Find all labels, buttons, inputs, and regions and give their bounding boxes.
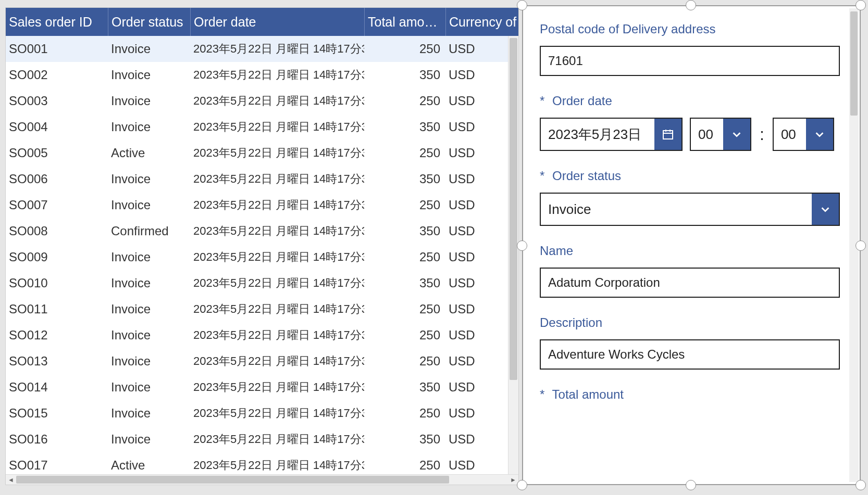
chevron-down-icon[interactable] [723, 119, 750, 150]
required-marker: * [540, 169, 544, 183]
cell-total-amount: 350 [364, 120, 445, 134]
cell-order-id: SO015 [6, 406, 108, 421]
chevron-down-icon[interactable] [812, 194, 839, 225]
cell-order-id: SO009 [6, 250, 108, 264]
table-row[interactable]: SO004Invoice2023年5月22日 月曜日 14時17分35秒350U… [6, 114, 508, 140]
table-horizontal-scroll-track[interactable] [16, 475, 508, 485]
time-colon: : [759, 125, 765, 144]
cell-order-id: SO005 [6, 146, 108, 160]
table-horizontal-scrollbar[interactable]: ◄ ► [6, 474, 518, 485]
cell-order-date: 2023年5月22日 月曜日 14時17分35秒 [190, 379, 364, 395]
cell-currency: USD [445, 172, 508, 186]
table-row[interactable]: SO017Active2023年5月22日 月曜日 14時17分35秒250US… [6, 452, 508, 474]
table-row[interactable]: SO002Invoice2023年5月22日 月曜日 14時17分35秒350U… [6, 62, 508, 88]
postal-code-input[interactable]: 71601 [540, 46, 840, 76]
table-row[interactable]: SO016Invoice2023年5月22日 月曜日 14時17分35秒350U… [6, 426, 508, 452]
table-row[interactable]: SO001Invoice2023年5月22日 月曜日 14時17分35秒250U… [6, 36, 508, 62]
table-row[interactable]: SO011Invoice2023年5月22日 月曜日 14時17分35秒250U… [6, 296, 508, 322]
cell-order-date: 2023年5月22日 月曜日 14時17分35秒 [190, 145, 364, 161]
resize-handle-middle-left[interactable] [517, 240, 527, 251]
cell-order-id: SO007 [6, 198, 108, 212]
order-date-label-text: Order date [552, 94, 612, 108]
cell-order-id: SO010 [6, 276, 108, 290]
column-header-currency[interactable]: Currency of T [445, 8, 518, 36]
cell-total-amount: 350 [364, 224, 445, 238]
column-header-status[interactable]: Order status [108, 8, 190, 36]
table-row[interactable]: SO010Invoice2023年5月22日 月曜日 14時17分35秒350U… [6, 270, 508, 296]
table-vertical-scrollbar[interactable] [508, 36, 518, 474]
cell-total-amount: 250 [364, 328, 445, 342]
cell-currency: USD [445, 224, 508, 238]
cell-currency: USD [445, 328, 508, 342]
cell-total-amount: 250 [364, 146, 445, 160]
cell-currency: USD [445, 302, 508, 316]
cell-currency: USD [445, 68, 508, 82]
cell-total-amount: 250 [364, 198, 445, 212]
cell-order-date: 2023年5月22日 月曜日 14時17分35秒 [190, 197, 364, 213]
order-minute-picker[interactable]: 00 [773, 118, 834, 151]
cell-order-status: Invoice [108, 406, 190, 421]
form-vertical-scroll-thumb[interactable] [850, 11, 858, 116]
cell-order-date: 2023年5月22日 月曜日 14時17分35秒 [190, 93, 364, 109]
cell-order-date: 2023年5月22日 月曜日 14時17分35秒 [190, 275, 364, 291]
cell-order-date: 2023年5月22日 月曜日 14時17分35秒 [190, 119, 364, 135]
column-header-date[interactable]: Order date [190, 8, 364, 36]
postal-code-label: Postal code of Delivery address [540, 22, 834, 36]
sales-order-table: Sales order ID Order status Order date T… [5, 7, 519, 485]
cell-total-amount: 350 [364, 380, 445, 395]
cell-total-amount: 350 [364, 432, 445, 447]
resize-handle-bottom-center[interactable] [686, 480, 696, 490]
calendar-icon[interactable] [654, 119, 681, 150]
table-row[interactable]: SO008Confirmed2023年5月22日 月曜日 14時17分35秒35… [6, 218, 508, 244]
resize-handle-bottom-right[interactable] [855, 480, 866, 490]
scroll-left-arrow-icon[interactable]: ◄ [6, 475, 16, 485]
description-label: Description [540, 315, 834, 330]
order-hour-picker[interactable]: 00 [690, 118, 751, 151]
form-scroll-area: Postal code of Delivery address 71601 * … [523, 6, 848, 484]
order-minute-value: 00 [774, 119, 806, 150]
name-input[interactable]: Adatum Corporation [540, 268, 840, 298]
cell-currency: USD [445, 432, 508, 447]
cell-total-amount: 250 [364, 302, 445, 316]
table-row[interactable]: SO012Invoice2023年5月22日 月曜日 14時17分35秒250U… [6, 322, 508, 348]
cell-currency: USD [445, 198, 508, 212]
cell-order-id: SO001 [6, 42, 108, 56]
table-vertical-scroll-thumb[interactable] [510, 38, 517, 380]
table-row[interactable]: SO003Invoice2023年5月22日 月曜日 14時17分35秒250U… [6, 88, 508, 114]
cell-order-date: 2023年5月22日 月曜日 14時17分35秒 [190, 353, 364, 369]
order-status-label-text: Order status [552, 169, 621, 183]
resize-handle-top-left[interactable] [517, 0, 527, 10]
cell-order-id: SO017 [6, 458, 108, 473]
cell-total-amount: 250 [364, 250, 445, 264]
column-header-amount[interactable]: Total amo… [364, 8, 445, 36]
description-input[interactable]: Adventure Works Cycles [540, 339, 840, 370]
table-row[interactable]: SO014Invoice2023年5月22日 月曜日 14時17分35秒350U… [6, 374, 508, 400]
cell-order-id: SO002 [6, 68, 108, 82]
order-date-label: * Order date [540, 94, 834, 108]
order-status-value: Invoice [541, 194, 812, 225]
column-header-id[interactable]: Sales order ID [6, 8, 108, 36]
total-amount-label-text: Total amount [552, 387, 624, 401]
cell-total-amount: 350 [364, 276, 445, 290]
table-horizontal-scroll-thumb[interactable] [16, 476, 449, 484]
cell-order-date: 2023年5月22日 月曜日 14時17分35秒 [190, 41, 364, 57]
table-row[interactable]: SO005Active2023年5月22日 月曜日 14時17分35秒250US… [6, 140, 508, 166]
resize-handle-top-center[interactable] [686, 0, 696, 10]
table-row[interactable]: SO015Invoice2023年5月22日 月曜日 14時17分35秒250U… [6, 400, 508, 426]
chevron-down-icon[interactable] [806, 119, 833, 150]
cell-currency: USD [445, 276, 508, 290]
cell-order-id: SO004 [6, 120, 108, 134]
table-row[interactable]: SO007Invoice2023年5月22日 月曜日 14時17分35秒250U… [6, 192, 508, 218]
cell-order-date: 2023年5月22日 月曜日 14時17分35秒 [190, 458, 364, 473]
resize-handle-top-right[interactable] [855, 0, 866, 10]
table-row[interactable]: SO013Invoice2023年5月22日 月曜日 14時17分35秒250U… [6, 348, 508, 374]
table-row[interactable]: SO006Invoice2023年5月22日 月曜日 14時17分35秒350U… [6, 166, 508, 192]
cell-order-date: 2023年5月22日 月曜日 14時17分35秒 [190, 405, 364, 421]
resize-handle-middle-right[interactable] [855, 240, 866, 251]
table-row[interactable]: SO009Invoice2023年5月22日 月曜日 14時17分35秒250U… [6, 244, 508, 270]
order-status-select[interactable]: Invoice [540, 193, 840, 226]
order-date-picker[interactable]: 2023年5月23日 [540, 118, 683, 151]
cell-total-amount: 250 [364, 406, 445, 421]
description-value: Adventure Works Cycles [548, 347, 685, 362]
resize-handle-bottom-left[interactable] [517, 480, 527, 490]
